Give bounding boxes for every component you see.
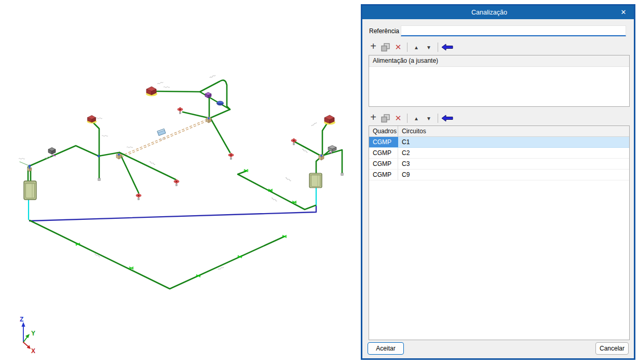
- table-row[interactable]: CGMP C9: [369, 170, 629, 180]
- toolbar-separator: [438, 43, 438, 52]
- cell-circuito[interactable]: C9: [398, 170, 629, 180]
- toolbar-separator: [438, 114, 438, 123]
- add-button[interactable]: +: [367, 41, 379, 53]
- canalizacao-dialog: Canalização ✕ Referência + ✕ ▲ ▼: [361, 4, 635, 360]
- axis-z-label: Z: [20, 316, 23, 323]
- viewport-3d[interactable]: Z Y X: [0, 0, 360, 364]
- cell-quadro[interactable]: CGMP: [369, 148, 398, 158]
- feed-list[interactable]: Alimentação (a jusante): [369, 55, 630, 107]
- circuits-table[interactable]: Quadros Circuitos CGMP C1 CGMP C2 CGMP C…: [369, 125, 630, 340]
- axis-x-label: X: [31, 347, 35, 355]
- table-row[interactable]: CGMP C3: [369, 159, 629, 170]
- circuits-toolbar: + ✕ ▲ ▼: [367, 112, 453, 124]
- back-arrow-icon: [441, 44, 453, 51]
- copy-button[interactable]: [379, 41, 392, 53]
- cell-quadro[interactable]: CGMP: [369, 170, 398, 180]
- copy-icon: [381, 114, 390, 123]
- cancel-button[interactable]: Cancelar: [595, 342, 629, 355]
- junction-dot: [29, 165, 31, 167]
- move-down-button[interactable]: ▼: [423, 112, 435, 124]
- delete-icon: ✕: [395, 114, 402, 123]
- add-icon: +: [370, 111, 376, 123]
- table-row[interactable]: CGMP C2: [369, 148, 629, 159]
- close-button[interactable]: ✕: [615, 7, 632, 18]
- move-up-button[interactable]: ▲: [410, 41, 423, 53]
- move-down-icon: ▼: [426, 45, 431, 50]
- list-item[interactable]: Alimentação (a jusante): [369, 55, 629, 67]
- delete-button[interactable]: ✕: [392, 41, 404, 53]
- move-up-icon: ▲: [414, 116, 419, 121]
- pull-box-blue: [157, 129, 166, 135]
- table-header: Quadros Circuitos: [369, 126, 629, 137]
- axis-triad: Z Y X: [20, 316, 35, 355]
- toolbar-separator: [407, 114, 408, 123]
- accept-button[interactable]: Aceitar: [368, 342, 404, 355]
- junction-dot: [98, 155, 100, 157]
- conduit-network: [20, 80, 342, 289]
- detector-blue: [217, 101, 224, 105]
- application-window: Z Y X Canalização ✕ Referência + ✕: [0, 0, 638, 364]
- devices: [24, 87, 343, 200]
- move-down-icon: ▼: [426, 116, 431, 121]
- move-up-icon: ▲: [414, 45, 419, 50]
- back-button[interactable]: [441, 112, 453, 124]
- toolbar-separator: [407, 43, 408, 52]
- feed-toolbar: + ✕ ▲ ▼: [367, 41, 453, 53]
- copy-button[interactable]: [379, 112, 392, 124]
- add-icon: +: [370, 40, 376, 52]
- reference-input[interactable]: [401, 25, 626, 36]
- cell-circuito[interactable]: C2: [398, 148, 629, 158]
- column-header-quadros: Quadros: [369, 126, 398, 136]
- table-row[interactable]: CGMP C1: [369, 137, 629, 148]
- column-header-circuitos: Circuitos: [398, 126, 629, 136]
- riser-markers: [76, 170, 297, 277]
- axis-y-label: Y: [31, 330, 35, 337]
- delete-icon: ✕: [395, 43, 402, 52]
- cell-circuito[interactable]: C3: [398, 159, 629, 169]
- cell-quadro[interactable]: CGMP: [369, 137, 398, 147]
- delete-button[interactable]: ✕: [392, 112, 404, 124]
- add-button[interactable]: +: [367, 112, 379, 124]
- back-arrow-icon: [441, 115, 453, 122]
- copy-icon: [381, 43, 390, 52]
- move-up-button[interactable]: ▲: [410, 112, 423, 124]
- cell-quadro[interactable]: CGMP: [369, 159, 398, 169]
- cell-circuito[interactable]: C1: [398, 137, 629, 147]
- close-icon: ✕: [621, 8, 627, 16]
- move-down-button[interactable]: ▼: [423, 41, 435, 53]
- dialog-title: Canalização: [471, 9, 525, 16]
- back-button[interactable]: [441, 41, 453, 53]
- dialog-titlebar[interactable]: Canalização ✕: [362, 6, 634, 19]
- reference-label: Referência: [369, 27, 399, 35]
- dimension-marks: [19, 75, 317, 270]
